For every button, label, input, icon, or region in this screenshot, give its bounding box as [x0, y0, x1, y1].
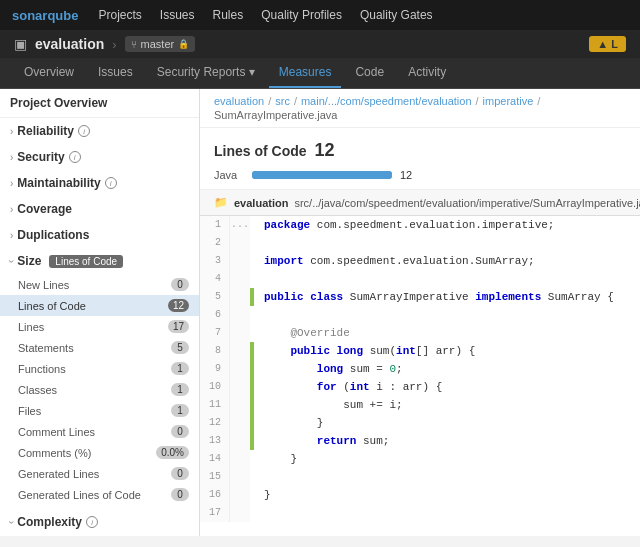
security-label: Security [17, 150, 64, 164]
metric-functions[interactable]: Functions 1 [0, 358, 199, 379]
nav-issues[interactable]: Issues [160, 8, 195, 22]
code-line-4: 4 [200, 270, 640, 288]
metric-title-text: Lines of Code [214, 143, 307, 159]
code-view: 1 ... package com.speedment.evaluation.i… [200, 216, 640, 522]
sidebar-item-size[interactable]: › Size Lines of Code [0, 248, 199, 274]
code-line-2: 2 [200, 234, 640, 252]
bar-row: Java 12 [214, 169, 626, 181]
main-layout: Project Overview › Reliability i › Secur… [0, 89, 640, 536]
line-content [254, 306, 640, 324]
tab-code[interactable]: Code [345, 58, 394, 88]
tab-security-reports[interactable]: Security Reports ▾ [147, 58, 265, 88]
app-logo[interactable]: sonarqube [12, 8, 78, 23]
sidebar-item-maintainability[interactable]: › Maintainability i [0, 170, 199, 196]
nav-projects[interactable]: Projects [98, 8, 141, 22]
complexity-label: Complexity [17, 515, 82, 529]
line-dots: ... [230, 216, 250, 234]
line-number: 8 [200, 342, 230, 360]
line-dots [230, 396, 250, 414]
breadcrumb-sep: / [294, 95, 297, 107]
metric-comment-lines[interactable]: Comment Lines 0 [0, 421, 199, 442]
sidebar-item-security[interactable]: › Security i [0, 144, 199, 170]
folder-name: evaluation [234, 197, 288, 209]
code-line-7: 7 @Override [200, 324, 640, 342]
sidebar-item-coverage[interactable]: › Coverage [0, 196, 199, 222]
line-number: 17 [200, 504, 230, 522]
project-name[interactable]: evaluation [35, 36, 104, 52]
metric-name: Lines of Code [18, 300, 168, 312]
bar-fill [252, 171, 392, 179]
code-line-11: 11 sum += i; [200, 396, 640, 414]
sidebar-item-duplications[interactable]: › Duplications [0, 222, 199, 248]
metric-new-lines[interactable]: New Lines 0 [0, 274, 199, 295]
metric-files[interactable]: Files 1 [0, 400, 199, 421]
logo-text-sonar: sonar [12, 8, 47, 23]
metric-value: 5 [171, 341, 189, 354]
chevron-right-icon: › [10, 126, 13, 137]
metric-statements[interactable]: Statements 5 [0, 337, 199, 358]
metric-name: Comment Lines [18, 426, 171, 438]
line-dots [230, 342, 250, 360]
content-area: evaluation / src / main/.../com/speedmen… [200, 89, 640, 536]
branch-badge[interactable]: ⑂ master 🔒 [125, 36, 196, 52]
metric-name: Comments (%) [18, 447, 156, 459]
metric-generated-lines-of-code[interactable]: Generated Lines of Code 0 [0, 484, 199, 505]
metric-name: Lines [18, 321, 168, 333]
breadcrumb-separator: › [112, 37, 116, 52]
line-content: public class SumArrayImperative implemen… [254, 288, 640, 306]
bar-value: 12 [400, 169, 412, 181]
breadcrumb-sep: / [268, 95, 271, 107]
breadcrumb-evaluation[interactable]: evaluation [214, 95, 264, 107]
chevron-down-icon: › [6, 259, 17, 262]
metric-lines[interactable]: Lines 17 [0, 316, 199, 337]
metric-name: Statements [18, 342, 171, 354]
chevron-down-icon: › [6, 520, 17, 523]
line-dots [230, 378, 250, 396]
code-line-17: 17 [200, 504, 640, 522]
metric-generated-lines[interactable]: Generated Lines 0 [0, 463, 199, 484]
breadcrumb-main[interactable]: main/.../com/speedment/evaluation [301, 95, 472, 107]
metric-value: 17 [168, 320, 189, 333]
project-header: ▣ evaluation › ⑂ master 🔒 ▲ L [0, 30, 640, 58]
metric-cyclomatic[interactable]: Cyclomatic Complexity 2 [0, 535, 199, 536]
breadcrumb: evaluation / src / main/.../com/speedmen… [200, 89, 640, 128]
metric-value: 0 [171, 467, 189, 480]
page-tabs: Overview Issues Security Reports ▾ Measu… [0, 58, 640, 89]
line-number: 14 [200, 450, 230, 468]
line-content [254, 468, 640, 486]
tab-overview[interactable]: Overview [14, 58, 84, 88]
line-dots [230, 306, 250, 324]
tab-activity[interactable]: Activity [398, 58, 456, 88]
line-content: return sum; [254, 432, 640, 450]
metric-comments-percent[interactable]: Comments (%) 0.0% [0, 442, 199, 463]
info-icon: i [105, 177, 117, 189]
line-content: long sum = 0; [254, 360, 640, 378]
breadcrumb-imperative[interactable]: imperative [483, 95, 534, 107]
code-line-12: 12 } [200, 414, 640, 432]
maintainability-label: Maintainability [17, 176, 100, 190]
line-dots [230, 252, 250, 270]
nav-quality-gates[interactable]: Quality Gates [360, 8, 433, 22]
code-line-8: 8 public long sum(int[] arr) { [200, 342, 640, 360]
line-content: sum += i; [254, 396, 640, 414]
line-content: package com.speedment.evaluation.imperat… [254, 216, 640, 234]
tab-issues[interactable]: Issues [88, 58, 143, 88]
sidebar-item-complexity[interactable]: › Complexity i [0, 509, 199, 535]
bar-label: Java [214, 169, 244, 181]
chevron-right-icon: › [10, 152, 13, 163]
metric-value: 1 [171, 404, 189, 417]
metric-name: Generated Lines [18, 468, 171, 480]
line-number: 1 [200, 216, 230, 234]
line-content: } [254, 486, 640, 504]
tab-measures[interactable]: Measures [269, 58, 342, 88]
nav-quality-profiles[interactable]: Quality Profiles [261, 8, 342, 22]
top-navigation: sonarqube Projects Issues Rules Quality … [0, 0, 640, 30]
metric-lines-of-code[interactable]: Lines of Code 12 [0, 295, 199, 316]
line-number: 13 [200, 432, 230, 450]
info-icon: i [69, 151, 81, 163]
metric-classes[interactable]: Classes 1 [0, 379, 199, 400]
breadcrumb-src[interactable]: src [275, 95, 290, 107]
sidebar-item-reliability[interactable]: › Reliability i [0, 118, 199, 144]
nav-rules[interactable]: Rules [213, 8, 244, 22]
metric-value: 12 [168, 299, 189, 312]
